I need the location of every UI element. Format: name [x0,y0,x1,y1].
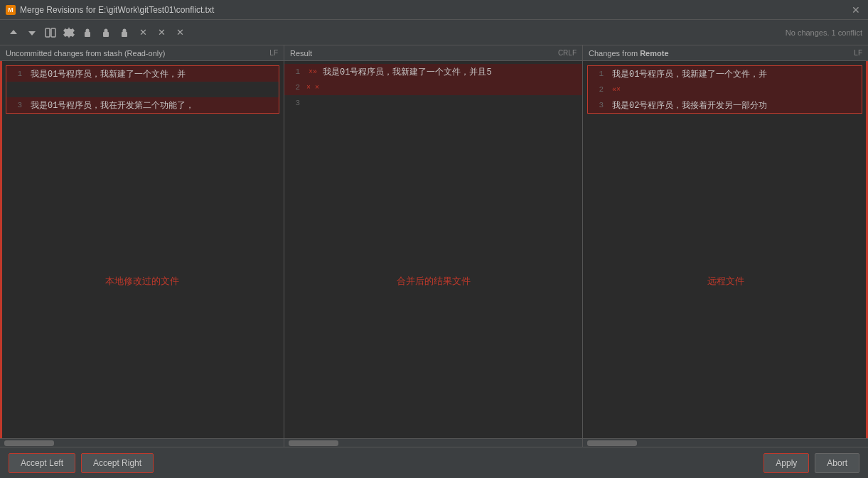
center-scrollbar[interactable] [284,438,582,447]
left-conflict-marker [0,61,2,438]
right-panel-title: Changes from Remote [589,49,669,58]
svg-rect-4 [122,32,127,37]
left-line-1: 1 我是01号程序员，我新建了一个文件，并 [6,66,279,82]
center-gutter-1: ×» [306,68,320,76]
right-conflict-block: 1 我是01号程序员，我新建了一个文件，并 2 «× 3 我是02号程序员，我接… [587,65,862,114]
center-code-area: 1 ×» 我是01号程序员，我新建了一个文件，并且5 2 × × 3 [284,61,582,114]
reject2-button[interactable]: ✕ [154,25,169,40]
center-line-2: 2 × × [284,80,582,95]
lock2-button[interactable] [98,25,114,40]
svg-rect-2 [85,32,90,37]
left-panel-encoding: LF [269,49,278,57]
left-scrollbar[interactable] [0,438,284,447]
title-bar: M Merge Revisions for E:\gitWork\gitTest… [0,0,868,20]
bottom-left-buttons: Accept Left Accept Right [9,453,154,473]
left-code-area: 1 我是01号程序员，我新建了一个文件，并 3 我是01号程序员，我在开发第二个… [0,61,284,118]
main-content: Uncommitted changes from stash (Read-onl… [0,45,868,447]
left-watermark: 本地修改过的文件 [0,275,284,288]
svg-rect-0 [45,28,50,37]
left-panel-body: 1 我是01号程序员，我新建了一个文件，并 3 我是01号程序员，我在开发第二个… [0,61,284,438]
center-panel-body: 1 ×» 我是01号程序员，我新建了一个文件，并且5 2 × × 3 合并后的结 [284,61,582,438]
left-scroll-thumb[interactable] [4,440,54,446]
app-icon: M [6,5,16,15]
center-panel: Result CRLF 1 ×» 我是01号程序员，我新建了一个文件，并且5 2… [284,45,583,447]
center-gutter-2: × × [306,84,320,92]
center-panel-encoding: CRLF [558,49,577,57]
bottom-right-buttons: Apply Abort [763,453,859,473]
right-gutter-2: «× [609,86,623,94]
right-watermark: 远程文件 [583,275,868,288]
right-panel: Changes from Remote LF 1 我是01号程序员，我新建了一个… [583,45,868,447]
right-line-2: 2 «× [588,82,862,97]
toolbar-status: No changes. 1 conflict [786,28,862,37]
toolbar: ✕ ✕ ✕ No changes. 1 conflict [0,20,868,45]
left-line-3: 3 我是01号程序员，我在开发第二个功能了， [6,97,279,113]
abort-button[interactable]: Abort [815,453,859,473]
center-panel-header: Result CRLF [284,45,582,61]
reject3-button[interactable]: ✕ [172,25,188,40]
left-panel-header: Uncommitted changes from stash (Read-onl… [0,45,284,61]
right-scroll-thumb[interactable] [587,440,637,446]
right-line-1: 1 我是01号程序员，我新建了一个文件，并 [588,66,862,82]
center-watermark: 合并后的结果文件 [284,275,582,288]
right-panel-body: 1 我是01号程序员，我新建了一个文件，并 2 «× 3 我是02号程序员，我接… [583,61,868,438]
left-panel-title: Uncommitted changes from stash (Read-onl… [6,49,165,58]
apply-button[interactable]: Apply [763,453,809,473]
right-panel-header: Changes from Remote LF [583,45,868,61]
accept-left-button[interactable]: Accept Left [9,453,75,473]
close-button[interactable]: ✕ [850,4,862,16]
right-panel-encoding: LF [854,49,862,57]
lock3-button[interactable] [117,25,132,40]
next-change-button[interactable] [24,25,40,40]
diff-view-button[interactable] [43,25,58,40]
right-code-area: 1 我是01号程序员，我新建了一个文件，并 2 «× 3 我是02号程序员，我接… [583,61,868,118]
title-bar-left: M Merge Revisions for E:\gitWork\gitTest… [6,5,214,15]
center-line-1: 1 ×» 我是01号程序员，我新建了一个文件，并且5 [284,64,582,80]
accept-right-button[interactable]: Accept Right [81,453,154,473]
right-scrollbar[interactable] [583,438,868,447]
center-scroll-thumb[interactable] [289,440,338,446]
svg-rect-3 [103,32,109,37]
toolbar-buttons: ✕ ✕ ✕ [6,25,188,40]
bottom-bar: Accept Left Accept Right Apply Abort [0,447,868,478]
title-bar-text: Merge Revisions for E:\gitWork\gitTest01… [20,5,214,15]
center-panel-title: Result [290,49,312,58]
left-conflict-block: 1 我是01号程序员，我新建了一个文件，并 3 我是01号程序员，我在开发第二个… [6,65,279,114]
right-line-3: 3 我是02号程序员，我接着开发另一部分功 [588,97,862,113]
svg-rect-1 [51,28,55,37]
prev-change-button[interactable] [6,25,21,40]
settings-button[interactable] [61,25,77,40]
left-panel: Uncommitted changes from stash (Read-onl… [0,45,284,447]
reject1-button[interactable]: ✕ [135,25,151,40]
center-line-3: 3 [284,95,582,111]
lock1-button[interactable] [80,25,95,40]
left-line-2 [6,82,279,97]
